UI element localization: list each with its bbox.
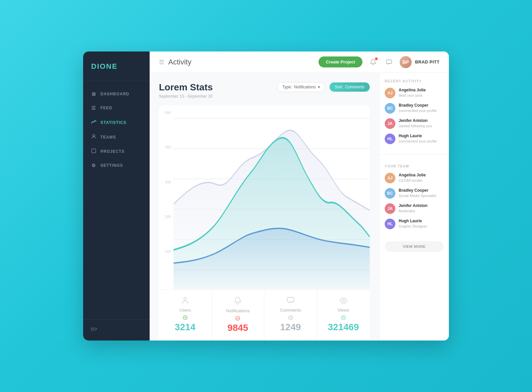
notifications-stat-trend xyxy=(235,316,240,321)
svg-rect-2 xyxy=(91,328,94,331)
sort-filter-value: Comments xyxy=(345,85,364,89)
chart-y-axis: 500 400 300 200 100 xyxy=(159,105,174,289)
team-name-0: Angelina Jolie xyxy=(399,173,444,177)
type-filter-value: Notifications xyxy=(294,85,316,89)
activity-text-0: Angelina Jolie liked your post xyxy=(399,88,444,98)
sort-filter-label: Sort: xyxy=(335,85,343,89)
chart-header: Lorem Stats September 15 - September 30 … xyxy=(159,82,370,99)
activity-name-0: Angelina Jolie xyxy=(399,88,444,92)
views-stat-label: Views xyxy=(338,308,349,313)
notifications-bell-icon[interactable] xyxy=(368,57,378,67)
menu-icon[interactable]: ☰ xyxy=(159,58,164,66)
chart-title: Lorem Stats xyxy=(159,82,277,93)
user-menu[interactable]: BP BRAD PITT xyxy=(400,56,440,68)
avatar: BP xyxy=(400,56,412,68)
sidebar-item-settings[interactable]: ⚙ SETTINGS xyxy=(83,158,150,172)
type-filter-button[interactable]: Type: Notifications ▾ xyxy=(277,82,326,92)
team-member-2: JA Jenifer Aniston Moderator xyxy=(385,203,444,214)
svg-point-10 xyxy=(184,297,187,300)
settings-icon: ⚙ xyxy=(91,163,96,168)
activity-text-2: Jenifer Aniston started following you xyxy=(399,118,444,128)
stats-row: Users 3214 xyxy=(159,289,370,341)
view-more-button[interactable]: VIEW MORE xyxy=(385,241,444,252)
stat-card-views: Views 321469 xyxy=(317,290,370,341)
activity-item-3: HL Hugh Laurie commented your profile xyxy=(385,134,444,144)
main-content: ☰ Activity Create Project xyxy=(150,51,449,341)
notifications-stat-value: 9845 xyxy=(227,323,248,333)
recent-activity-title: RECENT ACTIVITY xyxy=(385,79,444,83)
sort-filter-button[interactable]: Sort: Comments xyxy=(330,82,370,92)
your-team-title: YOUR TEAM xyxy=(385,164,444,168)
sidebar-share[interactable] xyxy=(83,319,150,341)
activity-text-3: Hugh Laurie commented your profile xyxy=(399,134,444,144)
svg-point-16 xyxy=(341,316,345,320)
team-member-0: AJ Angelina Jolie CEO&Founder xyxy=(385,173,444,183)
svg-point-11 xyxy=(183,316,187,320)
activity-avatar-0: AJ xyxy=(385,88,395,98)
sidebar-item-statistics[interactable]: STATISTICS xyxy=(83,115,150,130)
comments-stat-trend xyxy=(288,315,293,321)
team-role-3: Graphic Designer xyxy=(399,224,444,229)
comments-stat-value: 1249 xyxy=(280,322,301,333)
sidebar-item-feed[interactable]: ☰ FEED xyxy=(83,101,150,115)
stat-card-comments: Comments 1249 xyxy=(264,290,317,341)
activity-desc-0: liked your post xyxy=(399,93,444,98)
activity-name-2: Jenifer Aniston xyxy=(399,118,444,123)
chevron-down-icon: ▾ xyxy=(318,85,320,89)
projects-icon xyxy=(91,148,96,154)
sidebar-label-dashboard: DASHBOARD xyxy=(100,92,129,96)
panel-divider xyxy=(379,154,449,154)
sidebar-item-teams[interactable]: TEAMS xyxy=(83,130,150,144)
chart-svg-wrap xyxy=(174,105,370,289)
users-stat-label: Users xyxy=(180,308,191,313)
chart-filters: Type: Notifications ▾ Sort: Comments xyxy=(277,82,370,92)
svg-rect-1 xyxy=(92,149,96,153)
activity-text-1: Bradley Cooper commented your profile xyxy=(399,103,444,113)
chart-section: Lorem Stats September 15 - September 30 … xyxy=(150,73,379,341)
y-label-200: 200 xyxy=(159,215,171,219)
team-avatar-2: JA xyxy=(385,203,395,214)
activity-name-3: Hugh Laurie xyxy=(399,134,444,138)
dashboard-icon: ⊞ xyxy=(91,91,96,97)
team-avatar-1: BC xyxy=(385,188,395,199)
statistics-icon xyxy=(91,119,96,126)
sidebar-item-dashboard[interactable]: ⊞ DASHBOARD xyxy=(83,87,150,101)
right-panel: RECENT ACTIVITY AJ Angelina Jolie liked … xyxy=(379,73,449,341)
create-project-button[interactable]: Create Project xyxy=(319,56,362,67)
svg-point-12 xyxy=(236,316,240,320)
topbar-actions: Create Project BP BRAD PITT xyxy=(319,56,440,68)
views-stat-icon xyxy=(339,297,347,306)
chart-subtitle: September 15 - September 30 xyxy=(159,94,277,99)
notification-badge xyxy=(375,57,378,60)
team-role-2: Moderator xyxy=(399,209,444,213)
sidebar-navigation: ⊞ DASHBOARD ☰ FEED STATISTICS xyxy=(83,80,150,319)
sidebar-item-projects[interactable]: PROJECTS xyxy=(83,144,150,158)
teams-icon xyxy=(91,134,96,140)
svg-rect-13 xyxy=(287,297,294,302)
y-label-100: 100 xyxy=(159,249,171,253)
team-text-3: Hugh Laurie Graphic Designer xyxy=(399,219,444,229)
type-filter-label: Type: xyxy=(282,85,292,89)
recent-activity-section: RECENT ACTIVITY AJ Angelina Jolie liked … xyxy=(379,73,449,152)
views-stat-value: 321469 xyxy=(328,322,359,333)
chart-container: 500 400 300 200 100 xyxy=(159,105,370,289)
activity-avatar-1: BC xyxy=(385,103,395,114)
sidebar-label-teams: TEAMS xyxy=(100,135,116,140)
team-name-1: Bradley Cooper xyxy=(399,188,444,193)
sidebar-label-statistics: STATISTICS xyxy=(100,120,126,125)
team-avatar-0: AJ xyxy=(385,173,395,183)
activity-item-1: BC Bradley Cooper commented your profile xyxy=(385,103,444,114)
app-window: DIONE ⊞ DASHBOARD ☰ FEED STATISTICS xyxy=(83,51,449,341)
svg-point-14 xyxy=(289,316,293,320)
team-name-2: Jenifer Aniston xyxy=(399,203,444,208)
stat-card-users: Users 3214 xyxy=(159,290,212,341)
messages-icon[interactable] xyxy=(384,57,394,67)
activity-avatar-2: JA xyxy=(385,118,395,129)
your-team-section: YOUR TEAM AJ Angelina Jolie CEO&Founder … xyxy=(379,158,449,237)
sidebar-label-settings: SETTINGS xyxy=(100,163,123,168)
team-role-0: CEO&Founder xyxy=(399,178,444,183)
users-stat-value: 3214 xyxy=(175,322,196,333)
topbar: ☰ Activity Create Project xyxy=(150,51,449,73)
team-member-1: BC Bradley Cooper Social Media Specialis… xyxy=(385,188,444,199)
svg-point-0 xyxy=(93,135,95,137)
